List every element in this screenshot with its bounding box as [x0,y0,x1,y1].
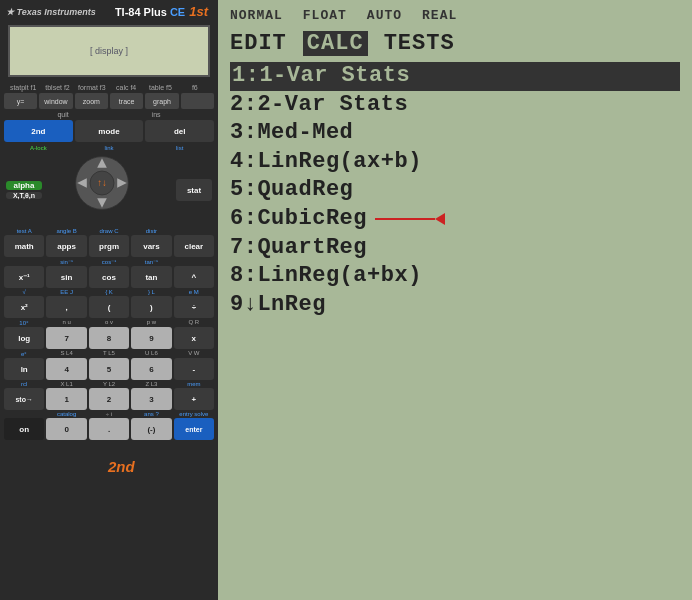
label-cosinv: cos⁻¹ [89,258,129,265]
key-sto[interactable]: sto→ [4,388,44,410]
item-2-num: 2: [230,92,257,117]
calculator-panel: ★ Texas Instruments TI-84 Plus CE 1st [ … [0,0,218,600]
key-ln[interactable]: ln [4,358,44,380]
alpha-labels: A-lock link list [0,144,218,152]
list-item-7[interactable]: 7:QuartReg [230,234,680,263]
list-item-1[interactable]: 1:1-Var Stats [230,62,680,91]
key-divide[interactable]: ÷ [174,296,214,318]
label-s: S L4 [46,350,86,357]
key-5[interactable]: 5 [89,358,129,380]
key-8[interactable]: 8 [89,327,129,349]
key-9[interactable]: 9 [131,327,171,349]
menu-tests[interactable]: TESTS [384,31,455,56]
annotation-2nd: 2nd [108,458,135,475]
key-log[interactable]: log [4,327,44,349]
label-u: U L6 [131,350,171,357]
calc-header: ★ Texas Instruments TI-84 Plus CE 1st [0,0,218,21]
menu-calc[interactable]: CALC [303,31,368,56]
func-label-calc: calc f4 [109,84,143,91]
key-apps[interactable]: apps [46,235,86,257]
key-zoom[interactable]: zoom [75,93,108,109]
list-item-3[interactable]: 3:Med-Med [230,119,680,148]
annotation-1st: 1st [189,4,208,19]
key-clear[interactable]: clear [174,235,214,257]
label-ex: eˣ [4,350,44,357]
key-window[interactable]: window [39,93,72,109]
display-panel: NORMAL FLOAT AUTO REAL EDIT CALC TESTS 1… [218,0,692,600]
item-1-label: 1-Var Stats [259,63,410,88]
list-item-2[interactable]: 2:2-Var Stats [230,91,680,120]
func-label-statplt: statplt f1 [6,84,40,91]
key-trace[interactable]: trace [110,93,143,109]
key-stat[interactable]: stat [176,179,212,201]
key-prgm[interactable]: prgm [89,235,129,257]
key-vars[interactable]: vars [131,235,171,257]
red-arrow [375,218,435,220]
ln-labels: eˣ S L4 T L5 U L6 V W [0,350,218,357]
key-f6[interactable] [181,93,214,109]
key-tan[interactable]: tan [131,266,171,288]
list-item-9[interactable]: 9↓LnReg [230,291,680,320]
nav-section: alpha X,T,θ,n ↑↓ stat [0,153,218,227]
label-t: T L5 [89,350,129,357]
log-labels: 10ˣ n u o v p w Q R [0,319,218,326]
nav-right-key: stat [176,179,212,201]
item-8-label: LinReg(a+bx) [257,263,421,288]
nav-circle-svg: ↑↓ [74,155,130,211]
item-4-label: LinReg(ax+b) [257,149,421,174]
key-dot[interactable]: . [89,418,129,440]
key-7[interactable]: 7 [46,327,86,349]
item-1-num: 1 [232,63,246,88]
key-caret[interactable]: ^ [174,266,214,288]
menu-row: EDIT CALC TESTS [230,31,680,56]
item-8-num: 8: [230,263,257,288]
list-item-8[interactable]: 8:LinReg(a+bx) [230,262,680,291]
row-x2: x² , ( ) ÷ [0,295,218,319]
key-xinverse[interactable]: x⁻¹ [4,266,44,288]
key-on[interactable]: on [4,418,44,440]
calc-model: TI-84 Plus CE [115,6,185,18]
key-2nd[interactable]: 2nd [4,120,73,142]
key-alpha[interactable]: alpha [6,181,42,190]
item-3-label: Med-Med [257,120,353,145]
key-comma[interactable]: , [46,296,86,318]
key-1[interactable]: 1 [46,388,86,410]
func-label-table: table f5 [143,84,177,91]
key-plus[interactable]: + [174,388,214,410]
key-cos[interactable]: cos [89,266,129,288]
key-xtn[interactable]: X,T,θ,n [6,192,42,199]
key-y-equals[interactable]: y= [4,93,37,109]
label-q: Q R [174,319,214,326]
key-6[interactable]: 6 [131,358,171,380]
key-rparen[interactable]: ) [131,296,171,318]
key-lparen[interactable]: ( [89,296,129,318]
list-item-4[interactable]: 4:LinReg(ax+b) [230,148,680,177]
item-9-label: LnReg [257,292,326,317]
nav-circle: ↑↓ [74,155,144,225]
key-3[interactable]: 3 [131,388,171,410]
key-del[interactable]: del [145,120,214,142]
key-enter[interactable]: enter [174,418,214,440]
label-blank2 [174,258,214,265]
key-minus[interactable]: - [174,358,214,380]
key-xsquared[interactable]: x² [4,296,44,318]
label-list: list [145,145,214,151]
key-2[interactable]: 2 [89,388,129,410]
key-0[interactable]: 0 [46,418,86,440]
key-mode[interactable]: mode [75,120,144,142]
key-multiply[interactable]: x [174,327,214,349]
list-item-5[interactable]: 5:QuadReg [230,176,680,205]
item-9-num: 9↓ [230,292,257,317]
key-graph[interactable]: graph [145,93,178,109]
nav-left-keys: alpha X,T,θ,n [6,181,42,199]
key-math[interactable]: math [4,235,44,257]
label-p: p w [131,319,171,326]
row-math: math apps prgm vars clear [0,234,218,258]
key-sin[interactable]: sin [46,266,86,288]
menu-edit[interactable]: EDIT [230,31,287,56]
list-item-6[interactable]: 6:CubicReg [230,205,680,234]
key-4[interactable]: 4 [46,358,86,380]
row-2nd-mode-del: 2nd mode del [0,119,218,143]
label-ins: ins [152,111,161,118]
key-neg[interactable]: (-) [131,418,171,440]
